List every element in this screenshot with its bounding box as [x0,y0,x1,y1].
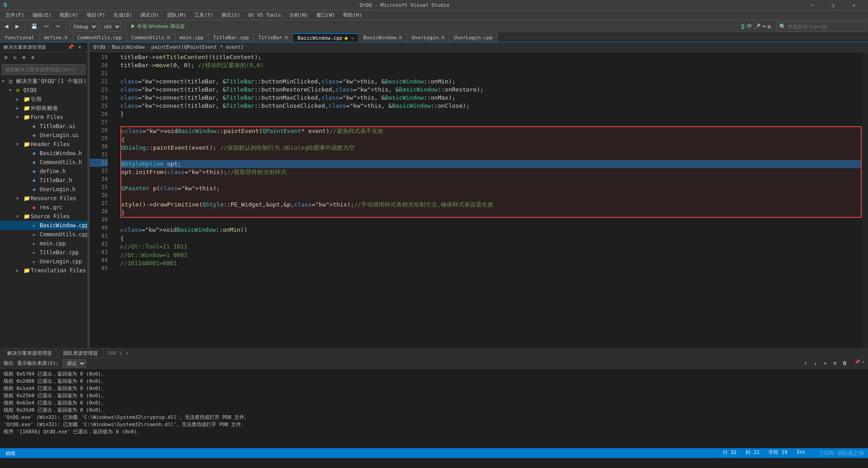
output-close-icon[interactable]: ✕ [862,359,864,367]
tree-translation-files[interactable]: ▶ 📁 Translation Files [0,266,87,275]
filter-button[interactable]: ⊕ [20,53,28,61]
status-char[interactable]: 字符 19 [767,449,789,457]
tab-userlogin-cpp[interactable]: UserLogin.cpp [449,33,498,42]
tab-titlebar-h[interactable]: TitleBar.h [254,33,293,42]
tab-userlogin-h[interactable]: UserLogin.h [407,33,449,42]
tab-basicwindow-h[interactable]: BasicWindow.h [359,33,407,42]
menu-view[interactable]: 视图(V) [56,11,82,19]
tab-label: functional [5,35,34,41]
tab-define-h[interactable]: define.h [39,33,73,42]
tree-main-cpp[interactable]: ▸ main.cpp [0,239,87,248]
status-ins[interactable]: Ins [795,449,807,457]
menu-tools[interactable]: 工具(T) [191,11,217,19]
tab-close-icon[interactable]: ✕ [351,36,354,41]
output-clear-button[interactable]: 🗑 [841,359,849,367]
tree-arrow: ▼ [2,79,9,83]
output-pin-icon[interactable]: 📌 [854,359,860,367]
tree-userlogin-cpp[interactable]: ▸ UserLogin.cpp [0,257,87,266]
tree-source-files[interactable]: ▼ 📁 Source Files [0,212,87,221]
output-btn-1[interactable]: ↑ [801,359,809,367]
save-button[interactable]: 💾 [28,22,40,32]
back-button[interactable]: ◀ [2,22,11,32]
tab-label: TitleBar.cpp [213,35,249,41]
close-button[interactable]: ✕ [844,0,864,10]
bottom-tab-team-explorer[interactable]: 团队资源管理器 [58,349,104,358]
menu-build[interactable]: 生成(B) [110,11,136,19]
tree-external-deps[interactable]: ▶ 📁 外部依赖项 [0,104,87,113]
tree-titlebar-h[interactable]: ▪ TitleBar.h [0,176,87,185]
code-editor[interactable]: titleBar->setTitleContent(titleContent);… [119,52,862,348]
status-col[interactable]: 列 22 [744,449,761,457]
tree-project-qtqq[interactable]: ▼ ⚙ QtQQ [0,86,87,95]
redo-button[interactable]: ↪ [53,22,63,32]
tree-titlebar-cpp[interactable]: ▸ TitleBar.cpp [0,248,87,257]
run-button[interactable]: ▶ 本地 Windows 调试器 [128,22,187,32]
tree-solution[interactable]: ▼ ◫ 解决方案'QtQQ'(1 个项目) [0,77,87,86]
tree-form-files[interactable]: ▼ 📁 Form Files [0,113,87,122]
tree-titlebar-ui[interactable]: ◈ TitleBar.ui [0,122,87,131]
tab-main-cpp[interactable]: main.cpp [175,33,209,42]
minimize-button[interactable]: ─ [802,0,823,10]
h-file-icon: ▪ [32,177,40,184]
quick-search-input[interactable] [788,24,863,29]
tree-userlogin-h[interactable]: ▪ UserLogin.h [0,185,87,194]
tree-resource-files[interactable]: ▼ 📁 Resource Files [0,194,87,203]
settings-icon2: ⚙ [767,23,771,30]
platform-dropdown[interactable]: x64 [100,22,121,32]
output-btn-4[interactable]: ⊟ [831,359,839,367]
bottom-tab-solution-explorer[interactable]: 解决方案资源管理器 [2,349,58,358]
tree-userlogin-ui[interactable]: ◈ UserLogin.ui [0,131,87,140]
maximize-button[interactable]: □ [823,0,844,10]
menu-file[interactable]: 文件(F) [2,11,28,19]
ui-file-icon: ◈ [32,132,40,138]
tab-titlebar-cpp[interactable]: TitleBar.cpp [209,33,254,42]
tab-commonutils-cpp[interactable]: CommonUtils.cpp [73,33,127,42]
tree-basicwindow-cpp[interactable]: ▸ BasicWindow.cpp [0,221,87,230]
menu-test[interactable]: 测试(S) [218,11,244,19]
tree-commonutils-h[interactable]: ▪ CommonUtils.h [0,158,87,167]
menu-window[interactable]: 窗口(W) [313,11,339,19]
tree-res-qrc[interactable]: ◆ res.qrc [0,203,87,212]
folder-icon: 📁 [23,105,31,111]
status-row[interactable]: 行 32 [721,449,739,457]
debug-config-dropdown[interactable]: Debug [69,22,98,32]
code-line-25: class="kw">connect(titleBar, &TitleBar::… [120,102,862,110]
zoom-indicator: 146 % [107,350,122,356]
settings-button[interactable]: ⚙ [29,53,37,61]
breadcrumb-paintevent[interactable]: paintEvent(QPaintEvent * event) [151,44,244,50]
panel-pin-button[interactable]: 📌 [67,43,75,51]
menu-analyze[interactable]: 分析(N) [286,11,312,19]
breadcrumb-basicwindow[interactable]: BasicWindow [112,44,145,50]
collapse-all-button[interactable]: ⊟ [2,53,10,61]
menu-team[interactable]: 团队(M) [164,11,190,19]
menu-debug[interactable]: 调试(D) [137,11,163,19]
tree-header-files[interactable]: ▼ 📁 Header Files [0,140,87,149]
breadcrumb-qtqq[interactable]: QtQQ [93,44,105,50]
cpp-file-icon: ▸ [32,249,40,256]
status-ready[interactable]: 就绪 [4,450,17,457]
solution-search-input[interactable] [2,64,86,75]
panel-close-button[interactable]: ✕ [76,43,84,51]
output-btn-2[interactable]: ↓ [811,359,819,367]
tree-commonutils-cpp[interactable]: ▸ CommonUtils.cpp [0,230,87,239]
tab-functional[interactable]: functional [0,33,39,42]
tree-references[interactable]: ▶ 📁 引用 [0,95,87,104]
search-bar [2,64,86,75]
output-btn-3[interactable]: ✕ [821,359,829,367]
menu-project[interactable]: 项目(P) [83,11,109,19]
scrollbar-track[interactable] [862,52,868,348]
code-line-19: titleBar->setTitleContent(titleContent); [120,53,862,61]
menu-help[interactable]: 帮助(H) [339,11,365,19]
tab-commonutils-h[interactable]: CommonUtils.h [127,33,175,42]
forward-button[interactable]: ▶ [13,22,22,32]
menu-qt[interactable]: Qt VS Tools [245,11,285,19]
folder-icon: 📁 [23,213,31,220]
tab-basicwindow-cpp[interactable]: BasicWindow.cpp ● ✕ [293,33,359,42]
tree-define-h[interactable]: ▪ define.h [0,167,87,176]
refresh-button[interactable]: ↻ [11,53,19,61]
code-line-33: opt.initFrom(class="kw">this); //获取部件的当前… [120,168,862,176]
output-source-dropdown[interactable]: 调试 [63,359,86,367]
menu-edit[interactable]: 编辑(E) [29,11,55,19]
undo-button[interactable]: ↩ [42,22,51,32]
tree-basicwindow-h[interactable]: ▪ BasicWindow.h [0,149,87,158]
